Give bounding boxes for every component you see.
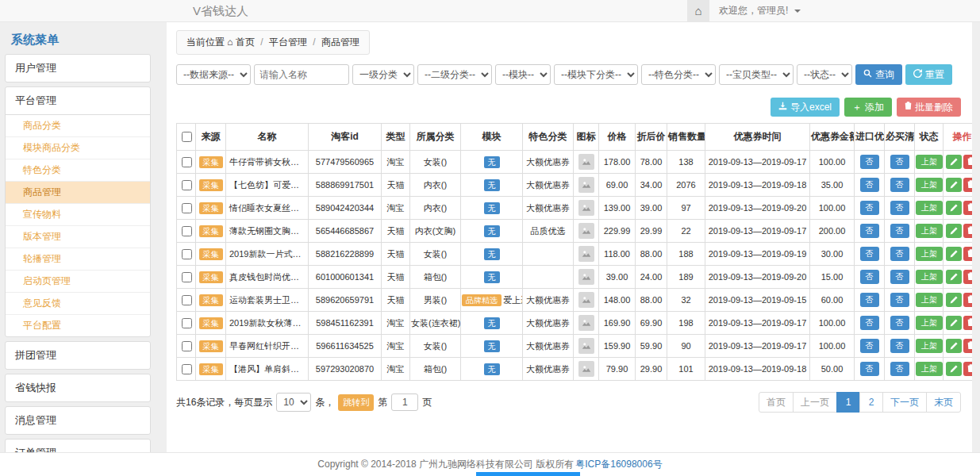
import-select-button[interactable]: 否 bbox=[860, 247, 879, 261]
filter-item-type[interactable]: --宝贝类型-- bbox=[719, 64, 794, 85]
sidebar-item-省钱快报[interactable]: 省钱快报 bbox=[6, 374, 150, 401]
edit-button[interactable] bbox=[946, 247, 962, 261]
sidebar-subitem-轮播管理[interactable]: 轮播管理 bbox=[6, 248, 150, 271]
must-buy-button[interactable]: 否 bbox=[890, 270, 909, 284]
row-checkbox[interactable] bbox=[182, 295, 192, 305]
delete-button[interactable] bbox=[963, 293, 973, 307]
must-buy-button[interactable]: 否 bbox=[890, 316, 909, 330]
per-page-select[interactable]: 10 bbox=[276, 393, 311, 412]
page-button-2[interactable]: 2 bbox=[859, 392, 883, 413]
delete-button[interactable] bbox=[963, 155, 973, 169]
page-button-上一页[interactable]: 上一页 bbox=[793, 392, 837, 413]
must-buy-button[interactable]: 否 bbox=[890, 178, 909, 192]
must-buy-button[interactable]: 否 bbox=[890, 247, 909, 261]
import-select-button[interactable]: 否 bbox=[860, 362, 879, 376]
filter-data-source[interactable]: --数据来源-- bbox=[176, 64, 251, 85]
delete-button[interactable] bbox=[963, 362, 973, 376]
edit-button[interactable] bbox=[946, 293, 962, 307]
edit-button[interactable] bbox=[946, 201, 962, 215]
product-name-input[interactable] bbox=[254, 64, 349, 85]
row-checkbox[interactable] bbox=[182, 364, 192, 374]
filter-module-sub[interactable]: --模块下分类-- bbox=[554, 64, 638, 85]
row-checkbox[interactable] bbox=[182, 318, 192, 328]
must-buy-button[interactable]: 否 bbox=[890, 362, 909, 376]
edit-button[interactable] bbox=[946, 362, 962, 376]
sidebar-item-订单管理[interactable]: 订单管理 bbox=[6, 440, 150, 452]
delete-button[interactable] bbox=[963, 224, 973, 238]
status-button[interactable]: 上架 bbox=[916, 224, 943, 238]
status-button[interactable]: 上架 bbox=[916, 339, 943, 353]
row-checkbox[interactable] bbox=[182, 272, 192, 282]
filter-category-level2[interactable]: --二级分类-- bbox=[417, 64, 492, 85]
search-button[interactable]: 查询 bbox=[855, 64, 902, 85]
row-checkbox[interactable] bbox=[182, 203, 192, 213]
status-button[interactable]: 上架 bbox=[916, 270, 943, 284]
must-buy-button[interactable]: 否 bbox=[890, 339, 909, 353]
app-brand[interactable]: V省钱达人 bbox=[193, 0, 248, 22]
row-checkbox[interactable] bbox=[182, 180, 192, 190]
edit-button[interactable] bbox=[946, 270, 962, 284]
must-buy-button[interactable]: 否 bbox=[890, 155, 909, 169]
row-checkbox[interactable] bbox=[182, 341, 192, 351]
sidebar-item-用户管理[interactable]: 用户管理 bbox=[6, 55, 150, 82]
page-button-首页[interactable]: 首页 bbox=[759, 392, 794, 413]
page-button-末页[interactable]: 末页 bbox=[926, 392, 961, 413]
status-button[interactable]: 上架 bbox=[916, 247, 943, 261]
edit-button[interactable] bbox=[946, 155, 962, 169]
row-checkbox[interactable] bbox=[182, 157, 192, 167]
import-select-button[interactable]: 否 bbox=[860, 155, 879, 169]
user-menu[interactable]: 欢迎您，管理员! bbox=[709, 0, 810, 21]
add-button[interactable]: ＋ 添加 bbox=[844, 98, 892, 117]
edit-button[interactable] bbox=[946, 224, 962, 238]
status-button[interactable]: 上架 bbox=[916, 201, 943, 215]
import-select-button[interactable]: 否 bbox=[860, 339, 879, 353]
sidebar-subitem-启动页管理[interactable]: 启动页管理 bbox=[6, 271, 150, 293]
page-number-input[interactable] bbox=[391, 393, 418, 411]
sidebar-subitem-商品分类[interactable]: 商品分类 bbox=[6, 115, 150, 137]
filter-status[interactable]: --状态-- bbox=[797, 64, 852, 85]
delete-button[interactable] bbox=[963, 316, 973, 330]
edit-button[interactable] bbox=[946, 178, 962, 192]
status-button[interactable]: 上架 bbox=[916, 155, 943, 169]
goto-page-button[interactable]: 跳转到 bbox=[338, 394, 374, 411]
filter-module[interactable]: --模块-- bbox=[495, 64, 551, 85]
must-buy-button[interactable]: 否 bbox=[890, 224, 909, 238]
import-select-button[interactable]: 否 bbox=[860, 293, 879, 307]
sidebar-subitem-平台配置[interactable]: 平台配置 bbox=[6, 315, 150, 336]
import-select-button[interactable]: 否 bbox=[860, 201, 879, 215]
status-button[interactable]: 上架 bbox=[916, 293, 943, 307]
icp-link[interactable]: 粤ICP备16098006号 bbox=[575, 458, 662, 471]
import-select-button[interactable]: 否 bbox=[860, 224, 879, 238]
home-button[interactable]: ⌂ bbox=[687, 0, 709, 21]
sidebar-item-消息管理[interactable]: 消息管理 bbox=[6, 407, 150, 434]
sidebar-item-拼团管理[interactable]: 拼团管理 bbox=[6, 342, 150, 369]
filter-feature-category[interactable]: --特色分类-- bbox=[641, 64, 716, 85]
select-all-checkbox[interactable] bbox=[182, 132, 192, 142]
status-button[interactable]: 上架 bbox=[916, 362, 943, 376]
delete-button[interactable] bbox=[963, 247, 973, 261]
breadcrumb-home-link[interactable]: ⌂ 首页 bbox=[227, 36, 257, 48]
edit-button[interactable] bbox=[946, 316, 962, 330]
page-button-下一页[interactable]: 下一页 bbox=[882, 392, 927, 413]
batch-delete-button[interactable]: 批量删除 bbox=[897, 98, 961, 117]
row-checkbox[interactable] bbox=[182, 226, 192, 236]
must-buy-button[interactable]: 否 bbox=[890, 201, 909, 215]
reset-button[interactable]: 重置 bbox=[905, 64, 952, 85]
delete-button[interactable] bbox=[963, 178, 973, 192]
import-select-button[interactable]: 否 bbox=[860, 178, 879, 192]
row-checkbox[interactable] bbox=[182, 249, 192, 259]
edit-button[interactable] bbox=[946, 339, 962, 353]
breadcrumb-item-platform[interactable]: 平台管理 bbox=[269, 36, 307, 48]
sidebar-subitem-版本管理[interactable]: 版本管理 bbox=[6, 226, 150, 248]
must-buy-button[interactable]: 否 bbox=[890, 293, 909, 307]
import-select-button[interactable]: 否 bbox=[860, 270, 879, 284]
status-button[interactable]: 上架 bbox=[916, 178, 943, 192]
import-select-button[interactable]: 否 bbox=[860, 316, 879, 330]
sidebar-subitem-意见反馈[interactable]: 意见反馈 bbox=[6, 293, 150, 315]
delete-button[interactable] bbox=[963, 270, 973, 284]
sidebar-subitem-宣传物料[interactable]: 宣传物料 bbox=[6, 204, 150, 226]
import-excel-button[interactable]: 导入excel bbox=[771, 98, 840, 117]
delete-button[interactable] bbox=[963, 339, 973, 353]
sidebar-item-平台管理[interactable]: 平台管理 bbox=[6, 87, 150, 114]
sidebar-subitem-模块商品分类[interactable]: 模块商品分类 bbox=[6, 137, 150, 159]
